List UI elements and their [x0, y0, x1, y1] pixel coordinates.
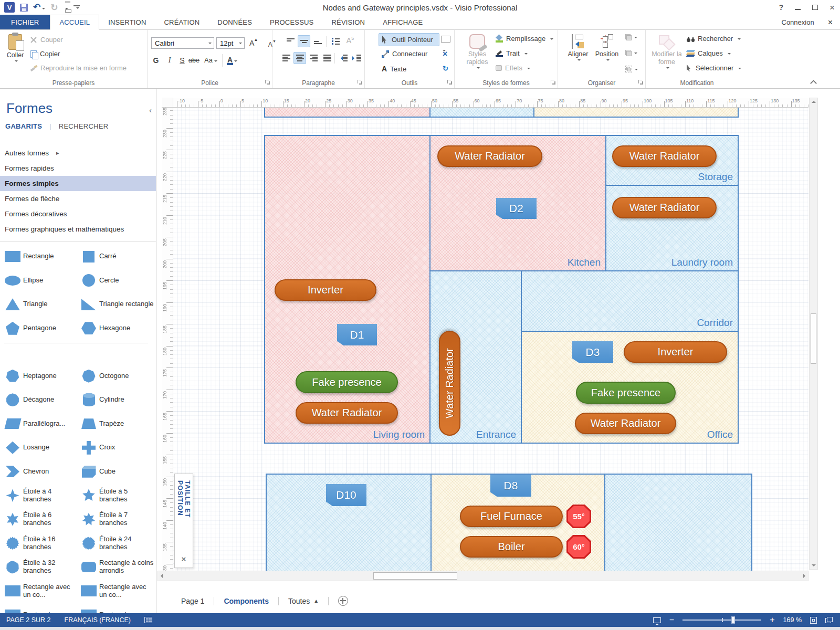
- shrink-font-button[interactable]: A▼: [268, 41, 272, 48]
- macro-record-icon[interactable]: [144, 617, 152, 623]
- italic-button[interactable]: I: [164, 54, 175, 67]
- shape-rectangle[interactable]: Rectangle: [78, 603, 154, 614]
- page-indicator[interactable]: PAGE 2 SUR 2: [6, 616, 51, 624]
- room[interactable]: [429, 108, 534, 118]
- decrease-indent-button[interactable]: [337, 52, 349, 64]
- text-tool-button[interactable]: A Texte: [382, 65, 406, 73]
- bring-forward-button[interactable]: [625, 34, 637, 40]
- collapse-ribbon-icon[interactable]: [811, 80, 817, 84]
- stencil-formes-simples[interactable]: Formes simples: [0, 176, 156, 191]
- format-painter-button[interactable]: Reproduire la mise en forme: [30, 64, 127, 72]
- align-top-button[interactable]: [284, 35, 297, 47]
- stencil-formes-decoratives[interactable]: Formes décoratives: [0, 206, 156, 222]
- find-button[interactable]: Rechercher: [687, 35, 741, 43]
- room[interactable]: [604, 474, 752, 581]
- stencil-formes-rapides[interactable]: Formes rapides: [0, 161, 156, 176]
- drawing-page[interactable]: TAILLE ET POSITION × Living roomKitchenS…: [173, 108, 808, 581]
- line-button[interactable]: Trait: [496, 49, 528, 57]
- node-d3[interactable]: D3: [572, 341, 613, 363]
- horizontal-scrollbar[interactable]: [158, 571, 808, 581]
- node-water-radiator[interactable]: Water Radiator: [296, 402, 398, 424]
- shape-trapeze[interactable]: Trapèze: [78, 412, 154, 436]
- node-d10[interactable]: D10: [326, 484, 366, 506]
- minimize-icon[interactable]: [795, 9, 801, 10]
- align-right-button[interactable]: [307, 52, 320, 64]
- room[interactable]: [533, 108, 739, 118]
- tab-gabarits[interactable]: GABARITS: [5, 122, 42, 130]
- tab-fichier[interactable]: FICHIER: [0, 15, 50, 29]
- copy-button[interactable]: Copier: [30, 50, 60, 58]
- shape-rectangle-avec-un-co[interactable]: Rectangle avec un co...: [2, 579, 78, 603]
- align-center-button[interactable]: [293, 52, 306, 64]
- font-size-select[interactable]: 12pt: [216, 37, 245, 49]
- node-fake-presence[interactable]: Fake presence: [576, 382, 676, 404]
- close-icon[interactable]: ×: [830, 3, 835, 12]
- node-water-radiator[interactable]: Water Radiator: [439, 331, 460, 436]
- node-d8[interactable]: D8: [490, 475, 531, 497]
- stencil-formes-de-fleche[interactable]: Formes de flèche: [0, 191, 156, 206]
- scroll-left-icon[interactable]: [161, 574, 163, 578]
- node-55[interactable]: 55°: [566, 505, 591, 528]
- node-water-radiator[interactable]: Water Radiator: [612, 145, 717, 167]
- shape-cube[interactable]: Cube: [78, 460, 154, 484]
- paste-button[interactable]: Coller: [3, 33, 27, 83]
- pointer-tool-button[interactable]: Outil Pointeur: [379, 33, 439, 46]
- sign-in-link[interactable]: Connexion: [782, 18, 814, 26]
- node-d1[interactable]: D1: [337, 324, 377, 345]
- shape-carre[interactable]: Carré: [78, 245, 154, 269]
- switch-windows-icon[interactable]: [825, 617, 833, 623]
- shape-rectangle-avec-un-co[interactable]: Rectangle avec un co...: [78, 579, 154, 603]
- vertical-scroll-thumb[interactable]: [811, 313, 816, 364]
- node-fuel-furnace[interactable]: Fuel Furnace: [460, 506, 563, 527]
- shape-losange[interactable]: Losange: [2, 436, 78, 460]
- room[interactable]: [264, 108, 430, 118]
- tools-dialog-launcher-icon[interactable]: [447, 80, 453, 85]
- cut-button[interactable]: Couper: [30, 36, 63, 44]
- tab-accueil[interactable]: ACCUEIL: [50, 15, 99, 30]
- node-water-radiator[interactable]: Water Radiator: [437, 145, 542, 167]
- grow-font-button[interactable]: A▲: [249, 39, 254, 47]
- close-icon[interactable]: ×: [182, 554, 186, 563]
- stencil-autres-formes[interactable]: Autres formes▸: [0, 145, 156, 161]
- zoom-level[interactable]: 169 %: [783, 616, 802, 624]
- align-left-button[interactable]: [280, 52, 292, 64]
- shape-etoile-a-6-branches[interactable]: Étoile à 6 branches: [2, 508, 78, 532]
- shape-ellipse[interactable]: Ellipse: [2, 269, 78, 293]
- shape-chevron[interactable]: Chevron: [2, 460, 78, 484]
- node-inverter[interactable]: Inverter: [275, 279, 376, 301]
- room-corridor[interactable]: Corridor: [521, 270, 739, 332]
- underline-button[interactable]: S: [177, 54, 187, 67]
- node-water-radiator[interactable]: Water Radiator: [612, 197, 717, 218]
- node-inverter[interactable]: Inverter: [624, 341, 727, 363]
- zoom-out-icon[interactable]: −: [669, 616, 674, 624]
- shape-hexagone[interactable]: Hexagone: [78, 317, 154, 341]
- shape-parallelogra[interactable]: Parallélogra...: [2, 412, 78, 436]
- node-d2[interactable]: D2: [496, 198, 537, 219]
- effects-button[interactable]: Effets: [496, 64, 530, 72]
- page-tab-components[interactable]: Components: [224, 597, 269, 605]
- shape-etoile-a-24-branches[interactable]: Étoile à 24 branches: [78, 531, 154, 555]
- size-position-window[interactable]: TAILLE ET POSITION ×: [174, 474, 193, 568]
- align-bottom-button[interactable]: [311, 35, 324, 47]
- tab-insertion[interactable]: INSERTION: [99, 15, 155, 29]
- shape-decagone[interactable]: Décagone: [2, 388, 78, 412]
- strikethrough-button[interactable]: abe: [188, 54, 200, 67]
- change-case-button[interactable]: Aa: [204, 56, 217, 64]
- font-dialog-launcher-icon[interactable]: [265, 80, 270, 85]
- scroll-right-icon[interactable]: [803, 574, 805, 578]
- font-color-button[interactable]: A: [227, 55, 237, 65]
- connector-tool-button[interactable]: Connecteur: [382, 50, 427, 58]
- help-icon[interactable]: ?: [779, 3, 784, 12]
- document-close-icon[interactable]: ×: [828, 18, 833, 27]
- language-indicator[interactable]: FRANÇAIS (FRANCE): [65, 616, 131, 624]
- shape-styles-dialog-launcher-icon[interactable]: [551, 80, 556, 85]
- node-boiler[interactable]: Boiler: [460, 536, 563, 558]
- undo-button[interactable]: ↶: [33, 3, 45, 12]
- font-family-select[interactable]: Calibri: [151, 37, 214, 49]
- shape-pentagone[interactable]: Pentagone: [2, 317, 78, 341]
- scroll-down-icon[interactable]: [812, 564, 816, 566]
- align-middle-button[interactable]: [298, 35, 310, 47]
- shape-rectangle-a-coins-arrondis[interactable]: Rectangle à coins arrondis: [78, 555, 154, 580]
- node-water-radiator[interactable]: Water Radiator: [575, 413, 676, 434]
- justify-button[interactable]: [321, 52, 333, 64]
